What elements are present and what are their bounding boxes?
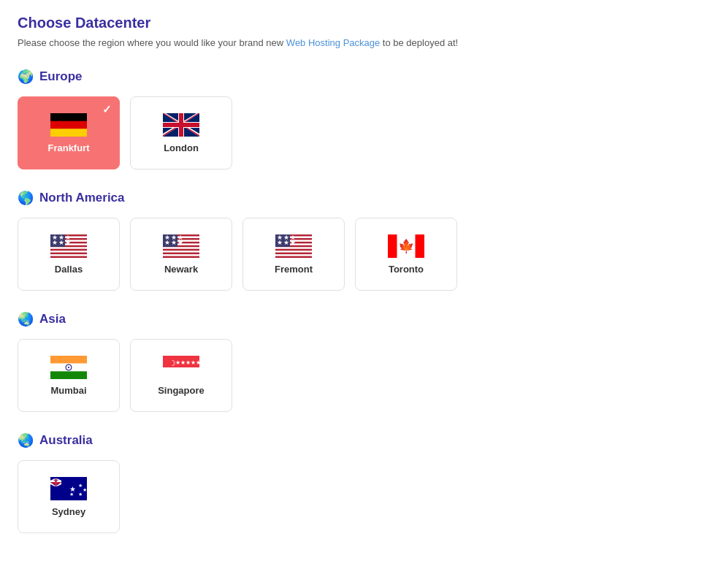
svg-rect-40 (275, 252, 312, 253)
svg-rect-49 (50, 356, 87, 364)
svg-text:★★★: ★★★ (277, 234, 297, 241)
region-australia: 🌏Australia ★ ★ ★ ★ ★ Sydney (18, 432, 689, 533)
svg-rect-29 (163, 252, 199, 253)
svg-rect-17 (50, 248, 87, 250)
svg-rect-51 (50, 371, 87, 379)
datacenter-label-london: London (164, 142, 199, 153)
svg-rect-19 (50, 256, 87, 257)
flag-icon-gb (163, 113, 199, 137)
flag-icon-us: ★★★ ★★★ (275, 234, 312, 258)
datacenter-card-singapore[interactable]: ☽ ★★★★★ Singapore (130, 339, 232, 412)
svg-text:★: ★ (69, 492, 74, 497)
svg-rect-47 (416, 234, 425, 258)
flag-icon-ca: 🍁 (388, 234, 424, 258)
datacenter-label-dallas: Dallas (55, 264, 83, 275)
svg-text:★★★: ★★★ (164, 234, 184, 241)
flag-icon-us: ★★★ ★★★ (163, 234, 199, 258)
hosting-package-link[interactable]: Web Hosting Package (286, 37, 380, 48)
region-title-europe: 🌍Europe (18, 69, 689, 85)
svg-rect-62 (55, 478, 57, 486)
datacenter-label-newark: Newark (164, 264, 198, 275)
datacenter-label-mumbai: Mumbai (50, 385, 86, 396)
svg-text:★: ★ (83, 487, 87, 492)
region-label: Europe (39, 69, 83, 84)
flag-icon-sg: ☽ ★★★★★ (163, 356, 199, 379)
region-asia: 🌏Asia Mumbai ☽ ★★★★★ Singapore (18, 311, 689, 412)
svg-text:★: ★ (78, 492, 83, 497)
flag-icon-in (50, 356, 87, 379)
svg-rect-28 (163, 248, 199, 250)
region-label: Australia (39, 433, 93, 448)
svg-rect-41 (275, 256, 312, 257)
datacenter-label-frankfurt: Frankfurt (47, 142, 89, 153)
datacenter-card-fremont[interactable]: ★★★ ★★★ Fremont (242, 218, 345, 291)
datacenter-label-singapore: Singapore (158, 385, 205, 396)
svg-point-53 (68, 367, 69, 368)
datacenter-label-fremont: Fremont (275, 264, 313, 275)
region-europe: 🌍Europe✓ Frankfurt London (18, 69, 689, 169)
svg-rect-11 (163, 123, 199, 127)
selected-checkmark-icon: ✓ (102, 103, 112, 116)
region-globe-icon: 🌏 (18, 311, 34, 327)
datacenter-grid-asia: Mumbai ☽ ★★★★★ Singapore (18, 339, 689, 412)
page-subtitle: Please choose the region where you would… (18, 37, 689, 48)
datacenter-label-sydney: Sydney (52, 506, 85, 517)
svg-rect-18 (50, 252, 87, 253)
datacenter-card-mumbai[interactable]: Mumbai (18, 339, 120, 412)
region-title-australia: 🌏Australia (18, 432, 689, 448)
flag-icon-us: ★★★ ★★★ (50, 234, 87, 258)
svg-rect-2 (50, 129, 87, 137)
svg-rect-55 (163, 367, 199, 379)
datacenter-grid-europe: ✓ Frankfurt London (18, 96, 689, 169)
region-title-asia: 🌏Asia (18, 311, 689, 327)
datacenter-card-dallas[interactable]: ★★★ ★★★ Dallas (18, 218, 120, 291)
datacenter-card-toronto[interactable]: 🍁 Toronto (355, 218, 457, 291)
region-globe-icon: 🌍 (18, 69, 34, 85)
datacenter-card-newark[interactable]: ★★★ ★★★ Newark (130, 218, 232, 291)
svg-text:★★★★★: ★★★★★ (175, 359, 199, 366)
svg-text:🍁: 🍁 (398, 238, 415, 254)
svg-rect-39 (275, 248, 312, 250)
datacenter-card-london[interactable]: London (130, 96, 232, 169)
region-globe-icon: 🌎 (18, 190, 34, 206)
svg-rect-0 (50, 113, 87, 121)
datacenter-grid-north-america: ★★★ ★★★ Dallas ★★★ ★★★ Newark ★★★ ★★ (18, 218, 689, 291)
flag-icon-de (50, 113, 87, 137)
datacenter-label-toronto: Toronto (389, 264, 424, 275)
svg-text:★★★: ★★★ (52, 234, 72, 241)
page-title: Choose Datacenter (18, 15, 689, 31)
svg-rect-30 (163, 256, 199, 257)
region-label: North America (39, 191, 125, 205)
region-globe-icon: 🌏 (18, 432, 34, 448)
svg-rect-46 (388, 234, 397, 258)
region-label: Asia (39, 312, 66, 327)
flag-icon-au: ★ ★ ★ ★ ★ (50, 477, 87, 500)
svg-rect-1 (50, 121, 87, 129)
datacenter-card-sydney[interactable]: ★ ★ ★ ★ ★ Sydney (18, 460, 120, 533)
datacenter-grid-australia: ★ ★ ★ ★ ★ Sydney (18, 460, 689, 533)
region-title-north-america: 🌎North America (18, 190, 689, 206)
datacenter-card-frankfurt[interactable]: ✓ Frankfurt (18, 96, 120, 169)
region-north-america: 🌎North America ★★★ ★★★ Dallas ★★★ ★★★ Ne… (18, 190, 689, 291)
